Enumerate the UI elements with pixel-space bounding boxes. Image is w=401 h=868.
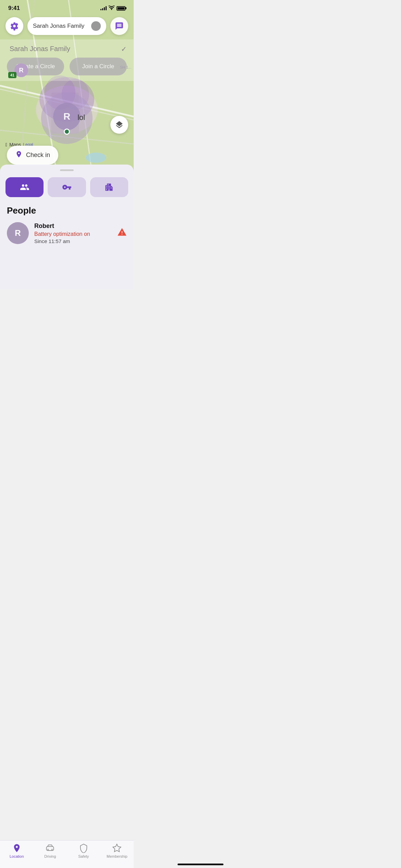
battery-icon	[117, 6, 125, 11]
wifi-icon	[109, 5, 114, 11]
gear-icon	[10, 22, 19, 31]
tab-people[interactable]	[5, 177, 44, 197]
person-status: Battery optimization on	[34, 231, 112, 237]
people-title: People	[7, 205, 127, 216]
user-pin-dot	[64, 129, 70, 135]
person-avatar: R	[7, 222, 29, 244]
tab-buttons	[0, 177, 134, 197]
tab-places[interactable]	[90, 177, 128, 197]
gear-button[interactable]	[5, 17, 23, 35]
panel-handle	[60, 169, 74, 171]
person-time: Since 11:57 am	[34, 238, 112, 244]
user-avatar-map: R	[53, 103, 81, 130]
chat-icon	[115, 22, 124, 31]
layers-button[interactable]	[110, 116, 128, 134]
status-bar: 9:41	[0, 0, 134, 14]
check-in-button[interactable]: Check in	[7, 146, 58, 165]
search-avatar	[91, 21, 101, 31]
circle-name: Sarah Jonas Family ✓	[7, 45, 127, 53]
bottom-panel: People R Robert Battery optimization on …	[0, 165, 134, 289]
check-in-icon	[15, 150, 23, 160]
check-mark: ✓	[121, 45, 127, 53]
road-sign-41: 41	[8, 72, 16, 78]
top-controls: Sarah Jonas Family	[0, 17, 134, 35]
person-row: R Robert Battery optimization on Since 1…	[7, 222, 127, 244]
tab-driving[interactable]	[48, 177, 86, 197]
warning-icon	[117, 227, 127, 239]
status-icons	[100, 5, 125, 11]
map-label-lol: lol	[77, 113, 85, 122]
status-time: 9:41	[8, 5, 20, 12]
svg-point-9	[86, 153, 106, 163]
chat-button[interactable]	[110, 17, 128, 35]
building-icon	[104, 182, 114, 192]
svg-point-19	[111, 9, 112, 10]
key-icon	[62, 182, 72, 192]
people-section: People R Robert Battery optimization on …	[0, 205, 134, 244]
signal-bars	[100, 6, 107, 10]
people-icon	[20, 182, 29, 192]
map-user-pin: R	[53, 103, 81, 135]
layers-icon	[115, 120, 124, 129]
search-bar[interactable]: Sarah Jonas Family	[27, 17, 106, 35]
join-circle-button[interactable]: Join a Circle	[70, 58, 127, 75]
check-in-label: Check in	[26, 152, 50, 159]
person-info: Robert Battery optimization on Since 11:…	[34, 222, 112, 244]
search-text: Sarah Jonas Family	[33, 23, 84, 29]
person-name: Robert	[34, 222, 112, 230]
